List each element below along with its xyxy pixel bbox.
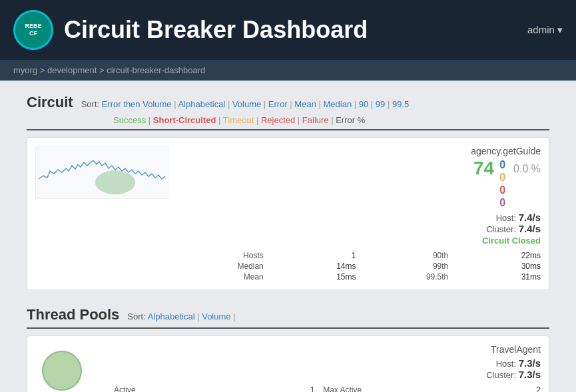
sort-error[interactable]: Error (268, 99, 288, 109)
circuit-status: Circuit Closed (176, 236, 541, 246)
logo-text-bottom: CF (29, 30, 37, 37)
sort-error-volume[interactable]: Error then Volume (102, 99, 172, 109)
metric-label-median: Median (176, 262, 264, 271)
sort-volume[interactable]: Volume (232, 99, 261, 109)
metric-value-99th: 30ms (453, 262, 541, 271)
metric-label-99th: 99th (362, 262, 449, 271)
thread-pools-divider (27, 327, 549, 329)
tm-label-active: Active (102, 385, 136, 392)
circuit-sort-line: Sort: Error then Volume | Alphabetical |… (81, 99, 410, 109)
thread-host-rate: Host: 7.3/s (102, 357, 541, 369)
thread-pool-name: TravelAgent (102, 344, 541, 355)
thread-pools-section: Thread Pools Sort: Alphabetical | Volume… (27, 306, 549, 392)
filter-timeout[interactable]: Timeout (223, 115, 254, 125)
thread-pool-circle (42, 351, 82, 391)
circuit-big-number: 74 (473, 159, 494, 178)
tm-label-max-active: Max Active (320, 385, 362, 392)
thread-pool-stats: TravelAgent Host: 7.3/s Cluster: 7.3/s A… (102, 344, 541, 392)
sort-alphabetical[interactable]: Alphabetical (178, 99, 225, 109)
circuit-filter-line: Success | Short-Circuited | Timeout | Re… (27, 115, 549, 125)
filter-rejected[interactable]: Rejected (261, 115, 295, 125)
circuit-percent: 0.0 % (513, 159, 541, 175)
filter-error[interactable]: Error % (336, 115, 365, 125)
tp-sort-label: Sort: (127, 311, 147, 321)
metric-value-90th: 22ms (453, 251, 541, 260)
app-title: Circuit Breaker Dashboard (64, 16, 368, 44)
filter-short-circuited[interactable]: Short-Circuited (153, 115, 216, 125)
sort-median[interactable]: Median (324, 99, 352, 109)
thread-pools-header: Thread Pools Sort: Alphabetical | Volume… (27, 306, 549, 323)
circuit-host-rate: Host: 7.4/s (176, 212, 541, 223)
tm-value-active: 1 (141, 385, 315, 392)
thread-cluster-rate: Cluster: 7.3/s (102, 369, 541, 380)
metric-value-mean: 15ms (269, 272, 356, 282)
svg-point-1 (95, 170, 135, 194)
circuit-card-stats: agency.getGuide 74 0 0 0 0 0.0 % Host (176, 146, 541, 282)
sort-99[interactable]: 99 (376, 99, 385, 109)
header-left: REBE CF Circuit Breaker Dashboard (13, 10, 368, 50)
circuit-num-blue: 0 (499, 159, 505, 171)
thread-pool-metrics: Active 1 Max Active 2 Queued 0 Execution… (102, 385, 541, 392)
tp-sort-volume[interactable]: Volume (202, 311, 230, 321)
metric-label-99-5th: 99.5th (362, 272, 449, 282)
sparkline-chart (35, 146, 168, 199)
circuit-section-header: Circuit Sort: Error then Volume | Alphab… (27, 94, 549, 111)
thread-pools-title: Thread Pools (27, 306, 119, 323)
filter-failure[interactable]: Failure (302, 115, 329, 125)
circuit-cluster-rate-val: 7.4/s (519, 223, 541, 234)
circuit-cluster-rate: Cluster: 7.4/s (176, 223, 541, 234)
circuit-host-rate-val: 7.4/s (519, 212, 541, 223)
thread-cluster-rate-val: 7.3/s (519, 369, 541, 380)
filter-success[interactable]: Success (113, 115, 146, 125)
sort-label: Sort: (81, 99, 102, 109)
thread-circle-area (35, 344, 89, 392)
circuit-metrics: Hosts 1 90th 22ms Median 14ms 99th 30ms … (176, 251, 541, 282)
metric-value-hosts: 1 (269, 251, 356, 260)
circuit-card: agency.getGuide 74 0 0 0 0 0.0 % Host (27, 137, 549, 290)
circuit-num-red: 0 (499, 184, 505, 196)
circuit-divider (27, 129, 549, 130)
main-content: Circuit Sort: Error then Volume | Alphab… (0, 81, 576, 392)
circuit-num-orange: 0 (499, 172, 505, 184)
metric-value-99-5th: 31ms (453, 272, 541, 282)
breadcrumb: myorg > development > circuit-breaker-da… (0, 60, 576, 81)
sort-mean[interactable]: Mean (294, 99, 316, 109)
metric-label-hosts: Hosts (176, 251, 264, 260)
user-menu[interactable]: admin ▾ (527, 24, 563, 36)
breadcrumb-text: myorg > development > circuit-breaker-da… (13, 65, 205, 75)
logo-text-top: REBE (25, 23, 41, 30)
tm-value-max-active: 2 (367, 385, 541, 392)
sort-90[interactable]: 90 (359, 99, 368, 109)
circuit-status-text: Circuit Closed (482, 236, 541, 246)
app-header: REBE CF Circuit Breaker Dashboard admin … (0, 0, 576, 60)
thread-host-rate-val: 7.3/s (519, 357, 541, 369)
thread-pools-sort-line: Sort: Alphabetical | Volume | (127, 311, 235, 321)
app-logo: REBE CF (13, 10, 53, 50)
circuit-num-purple: 0 (499, 197, 505, 209)
thread-pool-card: TravelAgent Host: 7.3/s Cluster: 7.3/s A… (27, 335, 549, 392)
metric-value-median: 14ms (269, 262, 356, 271)
metric-label-mean: Mean (176, 272, 264, 282)
circuit-section-title: Circuit (27, 94, 73, 111)
metric-label-90th: 90th (362, 251, 449, 260)
tp-sort-alphabetical[interactable]: Alphabetical (148, 311, 195, 321)
circuit-section: Circuit Sort: Error then Volume | Alphab… (27, 94, 549, 290)
sparkline-area (35, 146, 168, 199)
sort-99-5[interactable]: 99.5 (392, 99, 409, 109)
circuit-name: agency.getGuide (176, 146, 541, 156)
circuit-small-numbers: 0 0 0 0 (499, 159, 505, 209)
